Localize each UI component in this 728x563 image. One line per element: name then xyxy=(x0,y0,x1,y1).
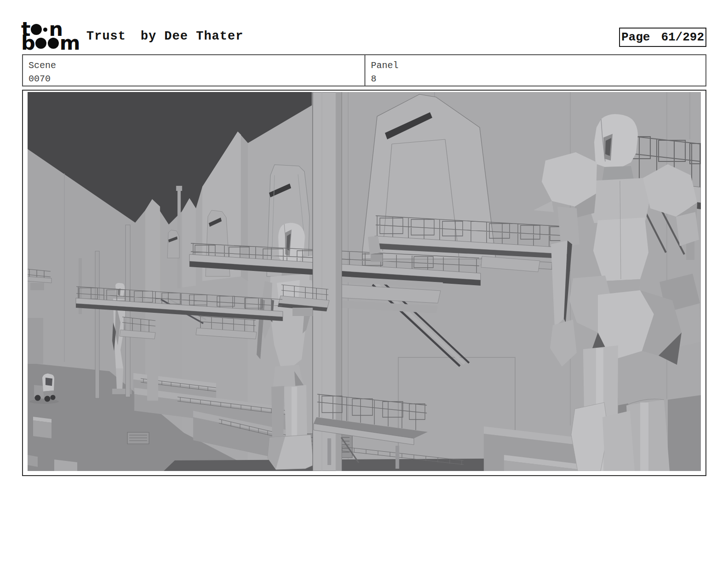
page-value: 61/292 xyxy=(661,30,704,44)
storyboard-panel-frame: Grayscale 3D layout render: a receding r… xyxy=(22,90,706,476)
pillar xyxy=(313,92,341,471)
logo-dot xyxy=(43,28,47,32)
project-title: Trust by Dee Thater xyxy=(86,29,244,43)
scene-cell: Scene 0070 xyxy=(23,55,364,86)
storyboard-page: t n b m Trust by Dee Thater Page 61/292 … xyxy=(0,0,728,563)
logo-letter: b xyxy=(21,36,34,50)
panel-value: 8 xyxy=(371,72,705,86)
panel-cell: Panel 8 xyxy=(364,55,705,86)
panel-artwork: Grayscale 3D layout render: a receding r… xyxy=(28,92,701,471)
panel-label: Panel xyxy=(371,59,705,72)
page-number-box: Page 61/292 xyxy=(619,28,706,47)
page-label: Page xyxy=(621,30,650,44)
logo-letter: m xyxy=(60,36,80,50)
scene-value: 0070 xyxy=(28,72,364,86)
scene-label: Scene xyxy=(28,59,364,72)
info-row: Scene 0070 Panel 8 xyxy=(22,54,706,86)
toonboom-logo: t n b m xyxy=(21,22,85,50)
logo-dot xyxy=(48,38,59,49)
logo-dot xyxy=(35,38,46,49)
title-text: Trust xyxy=(86,29,126,43)
byline-text: by Dee Thater xyxy=(141,29,244,43)
